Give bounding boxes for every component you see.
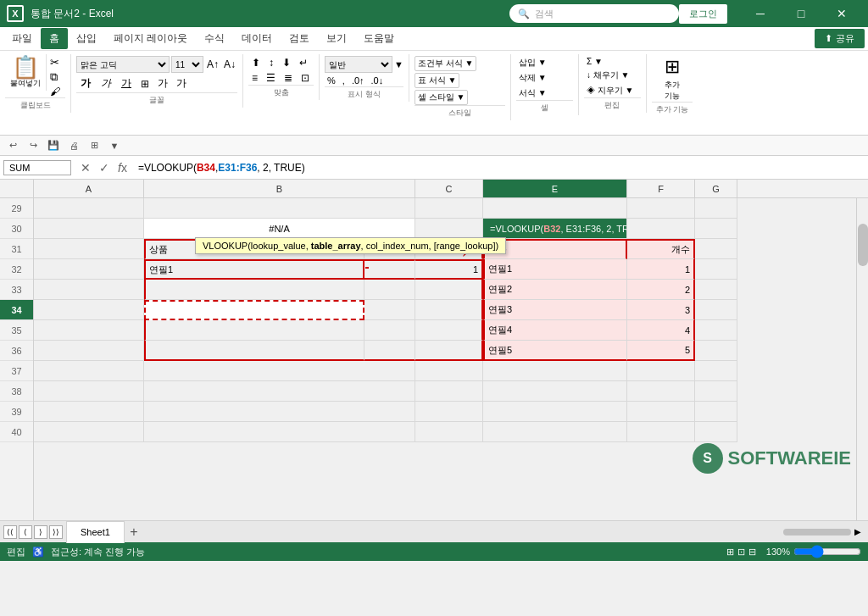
- cell-e40[interactable]: [483, 422, 627, 442]
- row-37[interactable]: 37: [0, 361, 33, 381]
- col-header-e[interactable]: E: [483, 180, 627, 197]
- copy-button[interactable]: ⧉: [50, 70, 60, 84]
- row-32[interactable]: 32: [0, 259, 33, 280]
- cell-d35[interactable]: [415, 320, 483, 341]
- cell-d38[interactable]: [415, 381, 483, 402]
- font-name-select[interactable]: 맑은 고딕: [76, 56, 170, 73]
- print-button[interactable]: 🖨: [64, 137, 83, 154]
- fill-button[interactable]: ↓ 채우기 ▼: [584, 69, 641, 82]
- cell-b38[interactable]: [144, 381, 415, 402]
- row-30[interactable]: 30: [0, 219, 33, 239]
- cell-a37[interactable]: [34, 361, 144, 381]
- maximize-button[interactable]: □: [782, 0, 821, 27]
- cell-g40[interactable]: [695, 422, 737, 442]
- cell-e37[interactable]: [483, 361, 627, 381]
- format-painter-button[interactable]: 🖌: [50, 86, 60, 97]
- login-button[interactable]: 로그인: [679, 4, 727, 24]
- cell-b39[interactable]: [144, 402, 415, 422]
- col-header-c[interactable]: C: [415, 180, 483, 197]
- cell-f30[interactable]: [627, 219, 695, 239]
- cell-f37[interactable]: [627, 361, 695, 381]
- font-decrease-button[interactable]: A↓: [222, 58, 237, 71]
- cell-g37[interactable]: [695, 361, 737, 381]
- cell-d39[interactable]: [415, 402, 483, 422]
- comma-button[interactable]: ,: [340, 75, 348, 86]
- cell-c36[interactable]: [364, 341, 415, 361]
- wrap-text-button[interactable]: ↵: [296, 56, 311, 69]
- format-cell-button[interactable]: 서식 ▼: [516, 86, 573, 100]
- cell-b30-na[interactable]: #N/A: [144, 219, 415, 239]
- align-bottom-button[interactable]: ⬇: [279, 56, 294, 69]
- align-top-button[interactable]: ⬆: [248, 56, 264, 69]
- search-box[interactable]: 🔍 검색: [509, 4, 679, 23]
- redo-button[interactable]: ↪: [24, 137, 42, 154]
- cell-b29[interactable]: [144, 198, 415, 219]
- row-40[interactable]: 40: [0, 422, 33, 442]
- undo-button[interactable]: ↩: [3, 137, 22, 154]
- col-header-g[interactable]: G: [695, 180, 737, 197]
- cell-f31-count[interactable]: 개수: [627, 239, 695, 259]
- sheet-tab-sheet1[interactable]: Sheet1: [66, 521, 125, 543]
- menu-formula[interactable]: 수식: [196, 28, 233, 49]
- cell-e38[interactable]: [483, 381, 627, 402]
- cell-b34-active[interactable]: [144, 300, 364, 320]
- cell-a29[interactable]: [34, 198, 144, 219]
- cell-a35[interactable]: [34, 320, 144, 341]
- menu-help[interactable]: 도움말: [355, 28, 403, 49]
- share-button[interactable]: ⬆ 공유: [815, 29, 865, 48]
- scrollbar-thumb[interactable]: [858, 224, 868, 266]
- row-29[interactable]: 29: [0, 198, 33, 219]
- toolbar-grid-button[interactable]: ⊞: [85, 137, 103, 154]
- menu-page-layout[interactable]: 페이지 레이아웃: [105, 28, 196, 49]
- cell-b36[interactable]: [144, 341, 364, 361]
- view-break-icon[interactable]: ⊟: [748, 547, 756, 558]
- row-39[interactable]: 39: [0, 402, 33, 422]
- cell-a34[interactable]: [34, 300, 144, 320]
- font-size-select[interactable]: 11: [171, 56, 203, 73]
- cell-g30[interactable]: [695, 219, 737, 239]
- cell-e36-pencil5[interactable]: 연필5: [483, 341, 627, 361]
- row-38[interactable]: 38: [0, 381, 33, 402]
- cell-a31[interactable]: [34, 239, 144, 259]
- cell-e29[interactable]: [483, 198, 627, 219]
- menu-view[interactable]: 보기: [318, 28, 355, 49]
- border-button[interactable]: ⊞: [137, 77, 153, 91]
- underline-button[interactable]: 가: [117, 75, 136, 92]
- cell-d30[interactable]: [415, 219, 483, 239]
- row-36[interactable]: 36: [0, 341, 33, 361]
- cell-c33[interactable]: [364, 280, 415, 300]
- cell-d33[interactable]: [415, 280, 483, 300]
- cell-f39[interactable]: [627, 402, 695, 422]
- cell-e30-formula[interactable]: =VLOOKUP(B32, E31:F36, 2, TRUE): [483, 219, 627, 239]
- row-34[interactable]: 34: [0, 300, 33, 320]
- sheet-next-button[interactable]: ⟩: [34, 525, 47, 539]
- cell-b37[interactable]: [144, 361, 415, 381]
- cell-f35-4[interactable]: 4: [627, 320, 695, 341]
- formula-input[interactable]: =VLOOKUP(B34, E31:F36, 2, TRUE): [133, 160, 865, 175]
- name-box[interactable]: [3, 160, 71, 175]
- font-color-button[interactable]: 가: [173, 75, 190, 92]
- font-increase-button[interactable]: A↑: [205, 58, 220, 71]
- align-right-button[interactable]: ≣: [281, 71, 296, 85]
- cell-g31[interactable]: [695, 239, 737, 259]
- cell-d29[interactable]: [415, 198, 483, 219]
- sheet-prev-button[interactable]: ⟨: [19, 525, 32, 539]
- align-center-button[interactable]: ☰: [263, 71, 279, 85]
- cell-a36[interactable]: [34, 341, 144, 361]
- paste-button[interactable]: 📋 붙여넣기: [5, 54, 47, 91]
- cell-f29[interactable]: [627, 198, 695, 219]
- sheet-last-button[interactable]: ⟩⟩: [49, 525, 63, 539]
- conditional-format-button[interactable]: 조건부 서식 ▼: [415, 56, 476, 71]
- italic-button[interactable]: 가: [97, 75, 115, 92]
- save-button[interactable]: 💾: [44, 137, 63, 154]
- number-format-select[interactable]: 일반: [325, 56, 392, 73]
- cell-a32[interactable]: [34, 259, 144, 280]
- toolbar-more-button[interactable]: ▼: [105, 137, 124, 154]
- addon-icon[interactable]: ⊞: [665, 56, 680, 78]
- cell-e33-pencil2[interactable]: 연필2: [483, 280, 627, 300]
- menu-home[interactable]: 홈: [41, 28, 68, 49]
- cell-f33-2[interactable]: 2: [627, 280, 695, 300]
- minimize-button[interactable]: ─: [741, 0, 780, 27]
- decrease-decimal-button[interactable]: .0↓: [369, 75, 387, 86]
- menu-data[interactable]: 데이터: [233, 28, 281, 49]
